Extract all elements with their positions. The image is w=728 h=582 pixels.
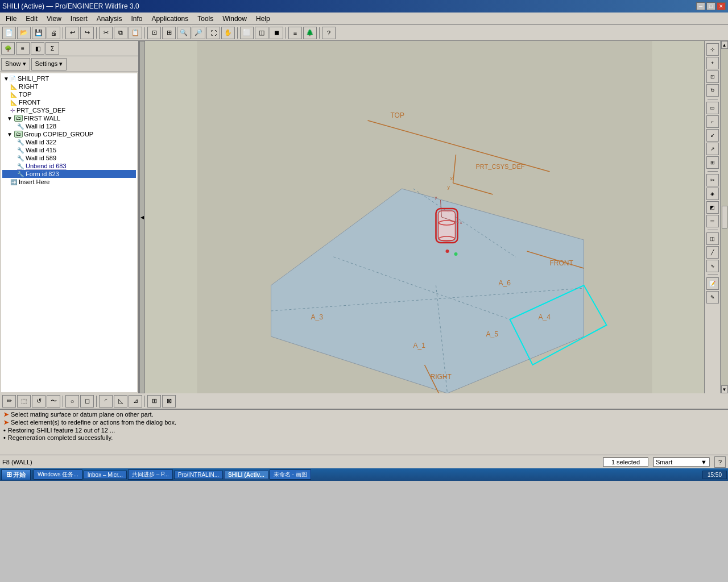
tree-item-group-copied[interactable]: ▼ 🗂 Group COPIED_GROUP [2,130,136,138]
zoom-fit-button[interactable]: ⛶ [206,27,220,39]
t2-draft-btn[interactable]: ⊿ [129,395,142,408]
tree-item-first-wall[interactable]: ▼ 🗂 FIRST WALL [2,114,136,122]
panel-icon-layers[interactable]: ≡ [16,42,30,55]
t2-chamfer-btn[interactable]: ◺ [114,395,127,408]
taskbar-item-2[interactable]: Inbox – Micr... [84,471,127,479]
tree-item-unbend-683[interactable]: 🔧 Unbend id 683 [2,162,136,170]
zoom-area-button[interactable]: ⊞ [162,27,176,39]
redo-button[interactable]: ↪ [80,27,94,39]
t2-round-btn[interactable]: ◜ [99,395,113,408]
rt-flange-btn[interactable]: ⌐ [706,115,719,128]
rt-zoom-in-btn[interactable]: + [706,57,719,69]
rt-punch-btn[interactable]: ◈ [706,188,719,200]
tree-item-wall-415[interactable]: 🔧 Wall id 415 [2,146,136,154]
close-button[interactable]: ✕ [717,2,726,10]
model-tree-button[interactable]: 🌲 [303,27,317,39]
settings-button[interactable]: Settings ▾ [31,58,67,70]
tree-item-wall-128[interactable]: 🔧 Wall id 128 [2,122,136,130]
t2-pattern-btn[interactable]: ⊠ [162,395,176,408]
minimize-button[interactable]: ─ [696,2,705,10]
paste-button[interactable]: 📋 [129,27,142,39]
menu-info[interactable]: Info [127,14,147,24]
taskbar-item-3[interactable]: 共同进步 – P... [128,469,173,480]
rt-form-btn[interactable]: ⊞ [706,156,719,169]
rt-curve-btn[interactable]: ∿ [706,260,719,272]
panel-icon-params[interactable]: Σ [46,42,59,55]
start-button[interactable]: ⊞ 开始 [1,469,31,480]
t2-extrude-btn[interactable]: ⬚ [17,395,31,408]
scroll-up-btn[interactable]: ▲ [721,41,728,49]
t2-mirror-btn[interactable]: ⊞ [147,395,161,408]
taskbar-item-1[interactable]: Windows 任务... [34,469,82,480]
rt-modify-btn[interactable]: ✎ [706,291,719,304]
tree-item-front[interactable]: 📐 FRONT [2,98,136,106]
rt-bend-btn[interactable]: ↙ [706,129,719,142]
tree-item-right[interactable]: 📐 RIGHT [2,82,136,90]
pan-button[interactable]: ✋ [221,27,235,39]
taskbar-item-5-active[interactable]: SHILI (Activ... [224,471,268,479]
menu-help[interactable]: Help [251,14,275,24]
rt-orient-btn[interactable]: ⊹ [706,43,719,56]
open-button[interactable]: 📂 [17,27,31,39]
rt-edge-btn[interactable]: ◫ [706,232,719,245]
scroll-down-btn[interactable]: ▼ [721,385,728,393]
panel-icon-tree[interactable]: 🌳 [1,42,15,55]
rt-wall-btn[interactable]: ▭ [706,102,719,114]
panel-icon-model[interactable]: ◧ [31,42,44,55]
menu-view[interactable]: View [42,14,66,24]
maximize-button[interactable]: □ [706,2,715,10]
rt-flatten-btn[interactable]: ═ [706,215,719,227]
undo-button[interactable]: ↩ [65,27,79,39]
rt-refit-btn[interactable]: ⊡ [706,70,719,83]
t2-shell-btn[interactable]: ◻ [80,395,94,408]
vertical-scrollbar[interactable]: ▲ ▼ [720,41,728,393]
copy-button[interactable]: ⧉ [114,27,127,39]
menu-tools[interactable]: Tools [193,14,218,24]
rt-corner-btn[interactable]: ◩ [706,201,719,214]
show-button[interactable]: Show ▾ [1,58,30,70]
hidden-button[interactable]: ◫ [255,27,268,39]
t2-hole-btn[interactable]: ○ [65,395,79,408]
scroll-thumb[interactable] [722,206,727,228]
shading-button[interactable]: ◼ [270,27,283,39]
menu-edit[interactable]: Edit [21,14,42,24]
tree-item-top[interactable]: 📐 TOP [2,90,136,98]
rt-cut-btn[interactable]: ✂ [706,174,719,186]
tree-item-shili-prt[interactable]: ▼📄 SHILI_PRT [2,74,136,82]
new-button[interactable]: 📄 [2,27,16,39]
menu-insert[interactable]: Insert [66,14,92,24]
refit-button[interactable]: ⊡ [147,27,161,39]
taskbar-item-6[interactable]: 未命名 - 画图 [270,469,311,480]
menu-analysis[interactable]: Analysis [92,14,127,24]
t2-revolve-btn[interactable]: ↺ [32,395,46,408]
zoom-in-button[interactable]: 🔍 [177,27,191,39]
tree-item-prt-csys[interactable]: ✛ PRT_CSYS_DEF [2,106,136,114]
menu-applications[interactable]: Applications [147,14,193,24]
t2-sweep-btn[interactable]: 〜 [47,395,60,408]
viewport[interactable]: TOP PRT_CSYS_DEF x y FRONT RIGHT A_5 A_6… [145,41,704,393]
taskbar-item-4[interactable]: Pro/INTRALIN... [174,471,223,479]
smart-dropdown[interactable]: Smart ▼ [653,458,710,467]
tree-item-insert-here[interactable]: ➡️ Insert Here [2,178,136,186]
save-button[interactable]: 💾 [32,27,46,39]
print-button[interactable]: 🖨 [47,27,60,39]
t2-sketch-btn[interactable]: ✏ [2,395,16,408]
cut-button[interactable]: ✂ [99,27,113,39]
help-button[interactable]: ? [322,27,336,39]
rt-rotate-btn[interactable]: ↻ [706,84,719,97]
rt-note-btn[interactable]: 📝 [706,277,719,290]
tree-item-wall-589[interactable]: 🔧 Wall id 589 [2,154,136,162]
tree-item-form-823[interactable]: 🔧 Form id 823 [2,170,136,178]
menu-file[interactable]: File [1,14,21,24]
tree-view[interactable]: ▼📄 SHILI_PRT 📐 RIGHT 📐 TOP 📐 FRONT ✛ [1,73,137,392]
rt-line-btn[interactable]: ╱ [706,246,719,259]
menu-window[interactable]: Window [218,14,251,24]
zoom-out-button[interactable]: 🔎 [192,27,205,39]
scroll-track[interactable] [721,49,728,385]
rt-unbend-btn[interactable]: ↗ [706,143,719,155]
layers-button[interactable]: ≡ [288,27,302,39]
wireframe-button[interactable]: ⬜ [240,27,254,39]
left-panel-collapse[interactable]: ◀ [139,41,145,393]
tree-item-wall-322[interactable]: 🔧 Wall id 322 [2,138,136,146]
status-icon-button[interactable]: ? [714,456,726,468]
